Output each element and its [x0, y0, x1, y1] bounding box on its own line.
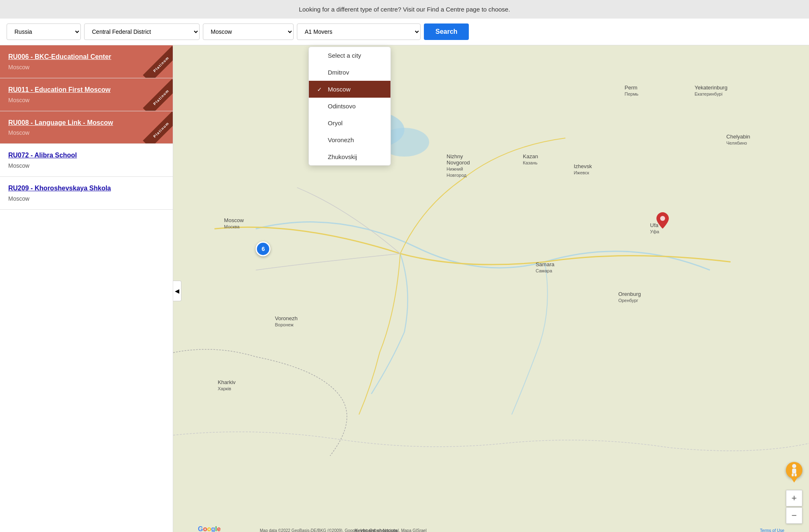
- map-terms-link[interactable]: Terms of Use: [760, 528, 784, 532]
- platinum-ribbon: Platinum: [143, 79, 173, 111]
- dropdown-item-zhukovskij[interactable]: Zhukovskij: [309, 148, 390, 165]
- search-button[interactable]: Search: [424, 23, 469, 40]
- platinum-ribbon: Platinum: [143, 112, 173, 144]
- banner-text: Looking for a different type of centre? …: [299, 6, 510, 13]
- platinum-ribbon-wrap: Platinum: [140, 45, 173, 78]
- zoom-out-icon: −: [792, 510, 797, 521]
- item-title: RU209 - Khoroshevskaya Shkola: [8, 184, 165, 193]
- search-bar: Russia Central Federal District Moscow A…: [0, 19, 809, 45]
- city-dropdown: Select a city Dmitrov ✓ Moscow Odintsovo…: [308, 47, 391, 166]
- list-item[interactable]: RU008 - Language Link - Moscow Moscow Pl…: [0, 111, 173, 144]
- list-item[interactable]: RU006 - BKC-Educational Center Moscow Pl…: [0, 45, 173, 78]
- dropdown-item-moscow[interactable]: ✓ Moscow: [309, 81, 390, 98]
- svg-rect-5: [792, 469, 796, 473]
- dropdown-item-oryol[interactable]: Oryol: [309, 115, 390, 131]
- collapse-arrow-icon: ◀: [175, 288, 179, 294]
- google-logo: Google: [198, 525, 221, 532]
- zoom-controls: + −: [786, 490, 802, 524]
- zoom-in-icon: +: [792, 493, 797, 504]
- dropdown-item-dmitrov[interactable]: Dmitrov: [309, 64, 390, 81]
- list-item[interactable]: RU011 - Education First Moscow Moscow Pl…: [0, 78, 173, 111]
- list-item[interactable]: RU072 - Alibra School Moscow: [0, 144, 173, 177]
- list-item[interactable]: RU209 - Khoroshevskaya Shkola Moscow: [0, 177, 173, 210]
- svg-rect-7: [795, 473, 797, 476]
- platinum-ribbon: Platinum: [143, 46, 173, 78]
- country-select[interactable]: Russia: [7, 23, 81, 40]
- cluster-count: 6: [262, 246, 265, 252]
- svg-rect-0: [173, 64, 809, 518]
- checkmark-moscow: ✓: [317, 86, 324, 93]
- map-attribution: Map data ©2022 GeoBasis-DE/BKG (©2009), …: [260, 528, 426, 532]
- street-view-pegman[interactable]: [786, 462, 802, 478]
- item-city: Moscow: [8, 195, 165, 202]
- region-select[interactable]: Central Federal District: [84, 23, 200, 40]
- item-city: Moscow: [8, 162, 165, 169]
- platinum-ribbon-wrap: Platinum: [140, 78, 173, 111]
- zoom-in-button[interactable]: +: [786, 490, 802, 506]
- platinum-ribbon-wrap: Platinum: [140, 111, 173, 144]
- item-title: RU072 - Alibra School: [8, 151, 165, 160]
- map-panel: ◀ PermПермь: [173, 45, 809, 532]
- city-select[interactable]: Moscow: [203, 23, 294, 40]
- main-content: RU006 - BKC-Educational Center Moscow Pl…: [0, 45, 809, 532]
- dropdown-item-select-city[interactable]: Select a city: [309, 47, 390, 64]
- map-pin[interactable]: [656, 212, 669, 229]
- dropdown-item-odintsovo[interactable]: Odintsovo: [309, 98, 390, 115]
- collapse-panel-button[interactable]: ◀: [173, 281, 181, 301]
- svg-point-3: [660, 216, 665, 221]
- zoom-out-button[interactable]: −: [786, 507, 802, 524]
- top-banner: Looking for a different type of centre? …: [0, 0, 809, 19]
- svg-point-4: [792, 464, 796, 468]
- map-svg: [173, 45, 809, 532]
- svg-rect-6: [792, 473, 794, 476]
- dropdown-item-voronezh[interactable]: Voronezh: [309, 131, 390, 148]
- results-list: RU006 - BKC-Educational Center Moscow Pl…: [0, 45, 173, 532]
- provider-select[interactable]: A1 Movers: [297, 23, 421, 40]
